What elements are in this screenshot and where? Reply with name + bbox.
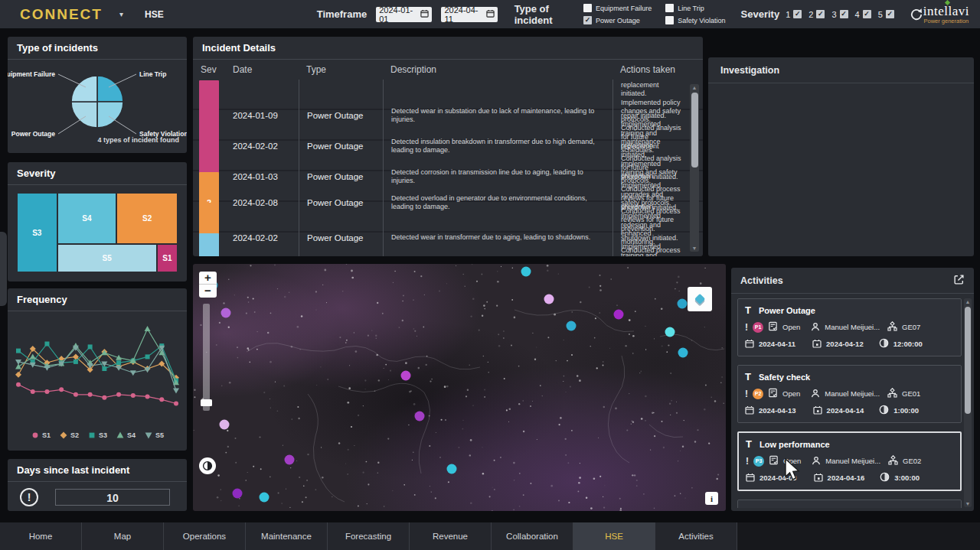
pie-slice[interactable] [71, 102, 97, 128]
treemap-cell[interactable]: S4 [57, 193, 117, 244]
zoom-out-button[interactable]: − [199, 285, 217, 298]
incident-map-dot[interactable] [414, 411, 424, 421]
refresh-icon[interactable] [910, 8, 923, 21]
nav-tab-map[interactable]: Map [82, 522, 164, 550]
incident-map-dot[interactable] [678, 347, 688, 357]
date-to-input[interactable]: 2024-04-11 [441, 7, 497, 22]
incident-row[interactable]: 12024-01-03Power OutageDetected corrosio… [193, 141, 703, 171]
checkbox[interactable]: ✓ [840, 10, 848, 18]
intellavi-logo: intellavi Power generation [923, 4, 969, 24]
checkbox-label: 4 [855, 10, 860, 19]
incident-row[interactable]: 22024-02-02Power OutageDetected wear in … [193, 202, 703, 233]
date-from-input[interactable]: 2024-01-01 [376, 7, 432, 22]
incident-table-body: 12024-01-09Power OutageDetected wear in … [193, 80, 703, 256]
checkbox[interactable] [665, 16, 674, 24]
activity-card[interactable]: TLow performance!P3OpenManuel Meijuei...… [737, 431, 962, 491]
zoom-in-button[interactable]: + [199, 272, 217, 285]
incident-map-dot[interactable] [521, 267, 531, 277]
asset-id: GE02 [903, 457, 921, 465]
severity-option[interactable]: 4✓ [855, 10, 871, 19]
checkbox[interactable]: ✓ [816, 10, 825, 18]
edit-activities-icon[interactable] [953, 274, 965, 288]
incident-row[interactable]: 12024-01-09Power OutageDetected wear in … [193, 80, 703, 110]
incident-map-dot[interactable] [221, 308, 231, 317]
clock-icon [879, 405, 889, 416]
checkbox[interactable]: ✓ [583, 16, 592, 24]
incident-map-dot[interactable] [544, 294, 554, 304]
scroll-up-icon[interactable]: ▲ [690, 85, 699, 90]
incident-map-dot[interactable] [665, 327, 675, 337]
frequency-line-chart[interactable] [8, 311, 187, 426]
severity-option[interactable]: 1✓ [786, 10, 802, 19]
activities-scrollbar[interactable]: ▲ ▼ [964, 298, 972, 507]
chevron-down-icon[interactable]: ▾ [119, 10, 123, 18]
incident-row[interactable]: 22024-02-08Power OutageDetected overload… [193, 171, 703, 202]
scroll-down-icon[interactable]: ▼ [964, 501, 972, 506]
map-contrast-button[interactable] [199, 457, 216, 474]
scrollbar-thumb[interactable] [691, 93, 698, 168]
incident-type-pie-chart[interactable]: Line TripSafety ViolationPower OutageEqu… [8, 60, 187, 144]
incident-type-option[interactable]: Equipment Failure [583, 3, 652, 14]
nav-tab-forecasting[interactable]: Forecasting [328, 522, 410, 550]
incident-row[interactable]: 52024-01-27Power OutageDetected wear in … [193, 233, 703, 256]
map-zoom-slider[interactable] [203, 304, 210, 411]
nav-tab-collaboration[interactable]: Collaboration [492, 522, 573, 550]
pie-slice[interactable] [97, 102, 123, 128]
activity-card-partial[interactable] [737, 500, 962, 508]
severity-option[interactable]: 3✓ [831, 10, 848, 19]
checkbox[interactable]: ✓ [793, 10, 802, 18]
incident-map-dot[interactable] [400, 370, 410, 380]
incident-type-option[interactable]: ✓Power Outage [583, 15, 652, 26]
calendar-icon[interactable] [486, 9, 495, 19]
checkbox[interactable] [583, 4, 592, 12]
scrollbar-thumb[interactable] [965, 307, 971, 414]
treemap-cell[interactable]: S3 [17, 193, 57, 272]
severity-treemap[interactable]: S3S4S2S5S1 [17, 193, 178, 272]
incident-type-option[interactable]: Line Trip [665, 3, 725, 14]
activity-card[interactable]: TSafety check!P2OpenManuel Meijuei...GE0… [737, 365, 962, 423]
incident-row[interactable]: 12024-02-02Power OutageDetected insulati… [193, 110, 703, 141]
checkbox[interactable]: ✓ [886, 10, 894, 18]
text-icon: T [745, 304, 751, 316]
treemap-cell[interactable]: S5 [57, 244, 157, 272]
incident-map-dot[interactable] [260, 492, 270, 502]
text-icon: T [746, 438, 752, 450]
timeframe-label: Timeframe [317, 8, 368, 20]
scroll-up-icon[interactable]: ▲ [964, 299, 972, 304]
map-info-button[interactable]: i [705, 492, 718, 505]
calendar-icon[interactable] [420, 9, 429, 19]
activity-card[interactable]: TPower Outage!P1OpenManuel Meijuei...GE0… [737, 298, 962, 356]
incident-map-dot[interactable] [284, 455, 294, 465]
nav-tab-home[interactable]: Home [0, 522, 82, 550]
pie-slice[interactable] [97, 76, 123, 102]
incident-map[interactable]: + − i [193, 264, 726, 511]
severity-label: Severity [741, 8, 780, 20]
nav-tab-activities[interactable]: Activities [655, 522, 737, 550]
scroll-down-icon[interactable]: ▼ [690, 246, 699, 251]
bottom-navigation: HomeMapOperationsMaintenanceForecastingR… [0, 522, 980, 550]
incident-map-dot[interactable] [232, 489, 242, 499]
treemap-cell[interactable]: S1 [157, 244, 178, 272]
severity-option[interactable]: 5✓ [878, 10, 894, 19]
incident-type-option[interactable]: Safety Violation [665, 15, 725, 26]
pie-slice[interactable] [71, 76, 97, 102]
incident-map-dot[interactable] [614, 309, 624, 319]
severity-checkbox-group: 1✓2✓3✓4✓5✓ [786, 10, 894, 19]
nav-tab-maintenance[interactable]: Maintenance [246, 522, 328, 550]
table-scrollbar[interactable]: ▲ ▼ [690, 84, 699, 252]
incident-map-dot[interactable] [677, 299, 687, 309]
checkbox[interactable]: ✓ [863, 10, 871, 18]
checkbox[interactable] [665, 4, 674, 12]
priority-badge: P1 [753, 322, 763, 333]
incident-map-dot[interactable] [567, 321, 577, 331]
nav-tab-hse[interactable]: HSE [573, 522, 655, 550]
slider-handle[interactable] [201, 399, 212, 406]
treemap-cell[interactable]: S2 [116, 193, 178, 244]
severity-option[interactable]: 2✓ [808, 10, 825, 19]
drawer-handle[interactable] [0, 232, 7, 306]
nav-tab-revenue[interactable]: Revenue [410, 522, 492, 550]
nav-tab-operations[interactable]: Operations [164, 522, 246, 550]
incident-map-dot[interactable] [220, 419, 230, 429]
map-layers-button[interactable] [688, 287, 712, 311]
incident-map-dot[interactable] [447, 464, 457, 474]
